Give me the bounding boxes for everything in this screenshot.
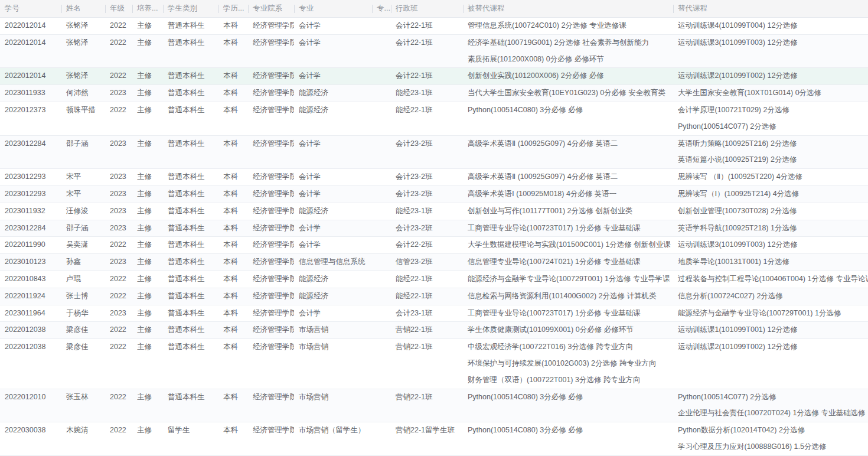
course-entry: 运动训练课3(101099T003) 12分选修 <box>678 35 863 51</box>
cell-grade: 2023 <box>105 186 132 203</box>
cell-name: 邵子涵 <box>61 136 105 169</box>
cell-dept: 经济管理学院 <box>248 102 294 135</box>
cell-text: 梁彦佳 <box>66 322 100 338</box>
cell-text <box>377 339 386 356</box>
cell-sid: 2023012293 <box>0 186 61 203</box>
cell-cat: 普通本科生 <box>163 203 218 220</box>
cell-deg: 本科 <box>218 220 248 237</box>
cell-name: 梁彦佳 <box>61 339 105 388</box>
course-entry: 能源经济与金融学专业导论(100729T001) 1分选修 <box>678 305 863 322</box>
table-row[interactable]: 2022012373顿珠平措2022主修普通本科生本科经济管理学院能源经济能经2… <box>0 102 868 136</box>
cell-text: 普通本科生 <box>168 220 214 237</box>
course-entry: 创新创业实践(101200X006) 2分必修 必修 <box>468 68 668 84</box>
table-row[interactable]: 2023012293宋平2023主修普通本科生本科经济管理学院会计学会计23-2… <box>0 169 868 186</box>
cell-text <box>377 68 386 84</box>
course-entry: 信息检索与网络资源利用(101400G002) 2分选修 计算机类 <box>468 288 668 305</box>
cell-cat: 普通本科生 <box>163 389 218 422</box>
cell-class: 会计22-1班 <box>391 18 463 34</box>
cell-text: 2022012014 <box>5 18 57 34</box>
course-entry: 信息分析(100724C027) 2分选修 <box>678 288 863 305</box>
column-header-replacement: 替代课程 <box>673 0 868 17</box>
cell-trunc <box>372 237 391 253</box>
cell-text <box>377 35 386 51</box>
cell-grade: 2022 <box>105 288 132 305</box>
cell-grade: 2023 <box>105 254 132 271</box>
table-row[interactable]: 2022010843卢琨2022主修普通本科生本科经济管理学院能源经济能经22-… <box>0 271 868 288</box>
cell-grade: 2022 <box>105 271 132 288</box>
cell-replacement: 运动训练课1(101099T001) 12分选修 <box>673 322 868 338</box>
cell-text: 木婉清 <box>66 422 100 439</box>
cell-name: 张玉林 <box>61 389 105 422</box>
cell-text: 会计22-1班 <box>396 18 458 34</box>
course-entry: 运动训练课2(101099T002) 12分选修 <box>678 339 863 356</box>
cell-name: 梁彦佳 <box>61 322 105 338</box>
table-row[interactable]: 2022011990吴奕潇2022主修普通本科生本科经济管理学院会计学会计22-… <box>0 237 868 254</box>
table-row[interactable]: 2023012284邵子涵2023主修普通本科生本科经济管理学院会计学会计23-… <box>0 136 868 170</box>
table-row[interactable]: 2022012010张玉林2022主修普通本科生本科经济管理学院市场营销营销22… <box>0 389 868 423</box>
cell-trunc <box>372 18 391 34</box>
cell-text <box>377 136 386 152</box>
cell-text: 2023 <box>110 85 128 102</box>
cell-dept: 经济管理学院 <box>248 322 294 338</box>
cell-text: 经济管理学院 <box>253 339 289 356</box>
cell-dept: 经济管理学院 <box>248 237 294 253</box>
cell-major: 会计学 <box>294 305 372 322</box>
cell-grade: 2022 <box>105 322 132 338</box>
cell-text: 2022 <box>110 102 128 119</box>
cell-train: 主修 <box>132 237 163 253</box>
cell-text: 市场营销（留学生） <box>299 422 367 439</box>
column-header-grade: 年级 <box>105 0 132 17</box>
column-header-trunc: 专... <box>372 0 391 17</box>
cell-train: 主修 <box>132 203 163 220</box>
cell-text: 能经22-1班 <box>396 102 458 119</box>
table-row[interactable]: 2022012014张铭泽2022主修普通本科生本科经济管理学院会计学会计22-… <box>0 68 868 85</box>
cell-text: 市场营销 <box>299 322 367 338</box>
cell-trunc <box>372 322 391 338</box>
table-row[interactable]: 2022012014张铭泽2022主修普通本科生本科经济管理学院会计学会计22-… <box>0 18 868 35</box>
table-row[interactable]: 2022012038梁彦佳2022主修普通本科生本科经济管理学院市场营销营销22… <box>0 322 868 339</box>
cell-trunc <box>372 169 391 185</box>
cell-text: 能经22-1班 <box>396 288 458 305</box>
cell-text: 2022 <box>110 35 128 51</box>
cell-dept: 经济管理学院 <box>248 186 294 203</box>
cell-text: 主修 <box>137 203 158 220</box>
table-row[interactable]: 2023011932汪修浚2023主修普通本科生本科经济管理学院能源经济能经23… <box>0 203 868 220</box>
table-row[interactable]: 2022012038梁彦佳2022主修普通本科生本科经济管理学院市场营销营销22… <box>0 339 868 389</box>
cell-text: 2022010843 <box>5 271 57 288</box>
cell-major: 能源经济 <box>294 85 372 102</box>
cell-text: 2022 <box>110 68 128 84</box>
cell-name: 吴奕潇 <box>61 237 105 253</box>
cell-replacement: 英语学科导航(100925T218) 1分选修 <box>673 220 868 237</box>
table-row[interactable]: 2022012014张铭泽2022主修普通本科生本科经济管理学院会计学会计22-… <box>0 35 868 69</box>
cell-trunc <box>372 85 391 102</box>
course-entry: 大学生数据建模理论与实践(101500C001) 1分选修 创新创业课 <box>468 237 668 253</box>
cell-text: 会计22-2班 <box>396 237 458 253</box>
table-row[interactable]: 2023012284邵子涵2023主修普通本科生本科经济管理学院会计学会计23-… <box>0 220 868 237</box>
cell-cat: 普通本科生 <box>163 288 218 305</box>
cell-grade: 2022 <box>105 18 132 34</box>
cell-text: 宋平 <box>66 186 100 203</box>
cell-text: 主修 <box>137 237 158 253</box>
cell-text: 主修 <box>137 68 158 84</box>
cell-text: 2022011990 <box>5 237 57 253</box>
table-row[interactable]: 2023012293宋平2023主修普通本科生本科经济管理学院会计学会计23-2… <box>0 186 868 203</box>
cell-trunc <box>372 271 391 288</box>
course-entry: 运动训练课3(101099T003) 12分选修 <box>678 237 863 253</box>
table-row[interactable]: 2022011924张士博2022主修普通本科生本科经济管理学院能源经济能经22… <box>0 288 868 305</box>
cell-text: 普通本科生 <box>168 169 214 185</box>
cell-class: 会计23-1班 <box>391 305 463 322</box>
cell-text: 经济管理学院 <box>253 186 289 203</box>
cell-text: 2023011933 <box>5 85 57 102</box>
cell-class: 会计23-2班 <box>391 169 463 185</box>
course-entry: 高级学术英语Ⅱ (100925G097) 4分必修 英语二 <box>468 169 668 185</box>
course-entry: Python(100514C080) 3分必修 必修 <box>468 389 668 406</box>
cell-replacement: 会计学原理(100721T029) 2分选修Python(100514C077)… <box>673 102 868 135</box>
table-row[interactable]: 2023011933何沛然2023主修普通本科生本科经济管理学院能源经济能经23… <box>0 85 868 102</box>
table-row[interactable]: 2023011964于杨华2023主修普通本科生本科经济管理学院会计学会计23-… <box>0 305 868 323</box>
cell-text: 主修 <box>137 102 158 119</box>
cell-deg: 本科 <box>218 389 248 422</box>
cell-sid: 2022011924 <box>0 288 61 305</box>
table-row[interactable]: 2022030038木婉清2022主修留学生本科经济管理学院市场营销（留学生）营… <box>0 422 868 456</box>
cell-text <box>377 305 386 322</box>
table-row[interactable]: 2023010123孙鑫2023主修普通本科生本科经济管理学院信息管理与信息系统… <box>0 254 868 271</box>
